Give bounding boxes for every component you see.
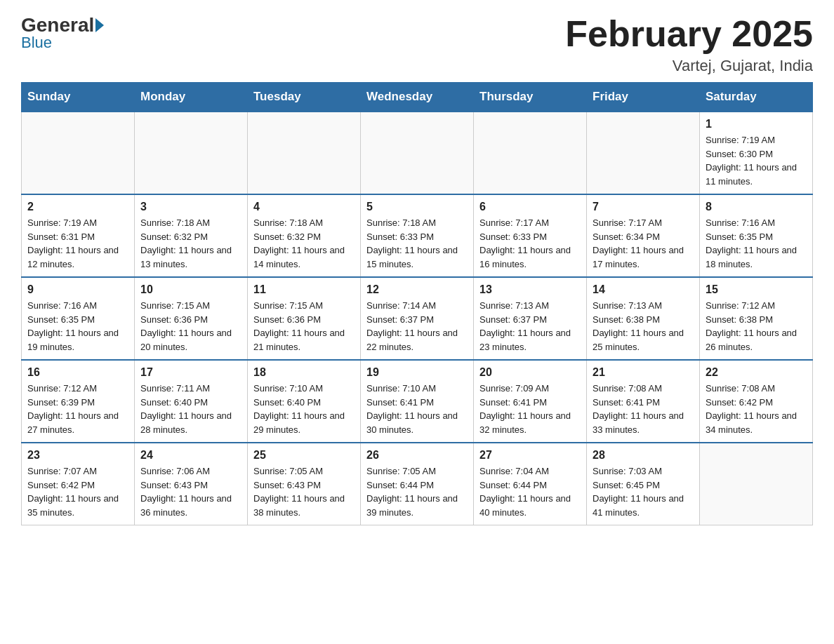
calendar-cell: 4Sunrise: 7:18 AMSunset: 6:32 PMDaylight… [248,194,361,277]
day-number: 25 [253,449,355,462]
calendar-cell: 27Sunrise: 7:04 AMSunset: 6:44 PMDayligh… [474,443,587,525]
day-number: 11 [253,283,355,296]
page-header: General Blue February 2025 Vartej, Gujar… [21,14,813,75]
day-info: Sunrise: 7:18 AMSunset: 6:33 PMDaylight:… [366,216,468,271]
calendar-cell: 24Sunrise: 7:06 AMSunset: 6:43 PMDayligh… [135,443,248,525]
calendar-week-row: 23Sunrise: 7:07 AMSunset: 6:42 PMDayligh… [22,443,813,525]
day-number: 24 [140,449,241,462]
location-label: Vartej, Gujarat, India [565,57,813,75]
weekday-header-saturday: Saturday [700,83,813,112]
day-info: Sunrise: 7:15 AMSunset: 6:36 PMDaylight:… [140,299,241,354]
day-number: 3 [140,201,241,213]
calendar-cell: 20Sunrise: 7:09 AMSunset: 6:41 PMDayligh… [474,360,587,443]
day-number: 20 [479,366,581,379]
day-info: Sunrise: 7:05 AMSunset: 6:43 PMDaylight:… [253,464,355,519]
day-info: Sunrise: 7:13 AMSunset: 6:37 PMDaylight:… [479,299,581,354]
day-number: 6 [479,201,581,213]
day-info: Sunrise: 7:14 AMSunset: 6:37 PMDaylight:… [366,299,468,354]
calendar-cell: 22Sunrise: 7:08 AMSunset: 6:42 PMDayligh… [700,360,813,443]
weekday-header-tuesday: Tuesday [248,83,361,112]
day-info: Sunrise: 7:17 AMSunset: 6:33 PMDaylight:… [479,216,581,271]
calendar-cell: 2Sunrise: 7:19 AMSunset: 6:31 PMDaylight… [22,194,135,277]
day-number: 10 [140,283,241,296]
calendar-week-row: 16Sunrise: 7:12 AMSunset: 6:39 PMDayligh… [22,360,813,443]
weekday-header-sunday: Sunday [22,83,135,112]
day-info: Sunrise: 7:19 AMSunset: 6:31 PMDaylight:… [27,216,128,271]
calendar-cell [587,112,700,194]
day-info: Sunrise: 7:16 AMSunset: 6:35 PMDaylight:… [27,299,128,354]
day-number: 4 [253,201,355,213]
calendar-cell: 14Sunrise: 7:13 AMSunset: 6:38 PMDayligh… [587,277,700,360]
calendar-cell: 11Sunrise: 7:15 AMSunset: 6:36 PMDayligh… [248,277,361,360]
calendar-cell: 8Sunrise: 7:16 AMSunset: 6:35 PMDaylight… [700,194,813,277]
day-info: Sunrise: 7:08 AMSunset: 6:41 PMDaylight:… [593,382,694,436]
day-info: Sunrise: 7:17 AMSunset: 6:34 PMDaylight:… [593,216,694,271]
day-number: 7 [593,201,694,213]
calendar-cell: 1Sunrise: 7:19 AMSunset: 6:30 PMDaylight… [700,112,813,194]
calendar-cell: 7Sunrise: 7:17 AMSunset: 6:34 PMDaylight… [587,194,700,277]
day-number: 1 [706,118,807,130]
day-info: Sunrise: 7:09 AMSunset: 6:41 PMDaylight:… [479,382,581,436]
day-number: 22 [706,366,807,379]
logo: General Blue [21,14,105,52]
calendar-cell: 25Sunrise: 7:05 AMSunset: 6:43 PMDayligh… [248,443,361,525]
day-number: 19 [366,366,468,379]
calendar-cell [248,112,361,194]
calendar-week-row: 2Sunrise: 7:19 AMSunset: 6:31 PMDaylight… [22,194,813,277]
calendar-cell [361,112,474,194]
day-number: 26 [366,449,468,462]
day-number: 9 [27,283,128,296]
day-number: 12 [366,283,468,296]
calendar-cell: 10Sunrise: 7:15 AMSunset: 6:36 PMDayligh… [135,277,248,360]
day-info: Sunrise: 7:12 AMSunset: 6:38 PMDaylight:… [706,299,807,354]
day-info: Sunrise: 7:18 AMSunset: 6:32 PMDaylight:… [140,216,241,271]
day-info: Sunrise: 7:04 AMSunset: 6:44 PMDaylight:… [479,464,581,519]
calendar-cell [474,112,587,194]
day-info: Sunrise: 7:08 AMSunset: 6:42 PMDaylight:… [706,382,807,436]
calendar-cell: 9Sunrise: 7:16 AMSunset: 6:35 PMDaylight… [22,277,135,360]
calendar-cell: 12Sunrise: 7:14 AMSunset: 6:37 PMDayligh… [361,277,474,360]
calendar-cell [700,443,813,525]
day-info: Sunrise: 7:16 AMSunset: 6:35 PMDaylight:… [706,216,807,271]
day-info: Sunrise: 7:05 AMSunset: 6:44 PMDaylight:… [366,464,468,519]
day-number: 17 [140,366,241,379]
day-number: 15 [706,283,807,296]
day-number: 14 [593,283,694,296]
day-number: 2 [27,201,128,213]
day-info: Sunrise: 7:10 AMSunset: 6:40 PMDaylight:… [253,382,355,436]
calendar-cell: 28Sunrise: 7:03 AMSunset: 6:45 PMDayligh… [587,443,700,525]
weekday-header-friday: Friday [587,83,700,112]
calendar-week-row: 9Sunrise: 7:16 AMSunset: 6:35 PMDaylight… [22,277,813,360]
calendar-cell: 26Sunrise: 7:05 AMSunset: 6:44 PMDayligh… [361,443,474,525]
day-number: 18 [253,366,355,379]
weekday-header-row: SundayMondayTuesdayWednesdayThursdayFrid… [22,83,813,112]
calendar-cell: 13Sunrise: 7:13 AMSunset: 6:37 PMDayligh… [474,277,587,360]
day-info: Sunrise: 7:19 AMSunset: 6:30 PMDaylight:… [706,133,807,188]
logo-blue-text: Blue [21,34,52,52]
day-info: Sunrise: 7:07 AMSunset: 6:42 PMDaylight:… [27,464,128,519]
day-info: Sunrise: 7:13 AMSunset: 6:38 PMDaylight:… [593,299,694,354]
calendar-week-row: 1Sunrise: 7:19 AMSunset: 6:30 PMDaylight… [22,112,813,194]
calendar-cell: 5Sunrise: 7:18 AMSunset: 6:33 PMDaylight… [361,194,474,277]
month-title: February 2025 [565,14,813,54]
day-number: 27 [479,449,581,462]
day-info: Sunrise: 7:11 AMSunset: 6:40 PMDaylight:… [140,382,241,436]
weekday-header-thursday: Thursday [474,83,587,112]
day-number: 28 [593,449,694,462]
calendar-cell: 16Sunrise: 7:12 AMSunset: 6:39 PMDayligh… [22,360,135,443]
calendar-cell: 15Sunrise: 7:12 AMSunset: 6:38 PMDayligh… [700,277,813,360]
weekday-header-wednesday: Wednesday [361,83,474,112]
day-info: Sunrise: 7:03 AMSunset: 6:45 PMDaylight:… [593,464,694,519]
day-number: 16 [27,366,128,379]
calendar-cell: 21Sunrise: 7:08 AMSunset: 6:41 PMDayligh… [587,360,700,443]
day-info: Sunrise: 7:10 AMSunset: 6:41 PMDaylight:… [366,382,468,436]
calendar-table: SundayMondayTuesdayWednesdayThursdayFrid… [21,82,813,525]
calendar-cell: 23Sunrise: 7:07 AMSunset: 6:42 PMDayligh… [22,443,135,525]
day-info: Sunrise: 7:06 AMSunset: 6:43 PMDaylight:… [140,464,241,519]
day-number: 23 [27,449,128,462]
title-area: February 2025 Vartej, Gujarat, India [565,14,813,75]
calendar-cell [135,112,248,194]
day-info: Sunrise: 7:12 AMSunset: 6:39 PMDaylight:… [27,382,128,436]
weekday-header-monday: Monday [135,83,248,112]
day-info: Sunrise: 7:15 AMSunset: 6:36 PMDaylight:… [253,299,355,354]
